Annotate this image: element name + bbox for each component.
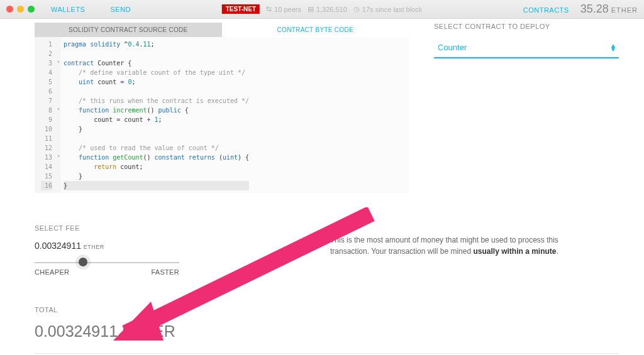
slider-label-cheaper: CHEAPER bbox=[35, 268, 69, 276]
total-label: TOTAL bbox=[35, 306, 619, 314]
network-status: TEST-NET ⇆ 10 peers ▤ 1,326,510 ◷ 17s si… bbox=[222, 4, 422, 14]
nav-wallets[interactable]: Wallets bbox=[51, 6, 85, 13]
nav-contracts[interactable]: Contracts bbox=[523, 6, 569, 14]
select-contract-label: SELECT CONTRACT TO DEPLOY bbox=[434, 23, 619, 30]
fee-slider[interactable] bbox=[35, 259, 198, 261]
peers-icon: ⇆ bbox=[266, 5, 272, 13]
minimize-icon[interactable] bbox=[17, 6, 24, 13]
tab-byte-code[interactable]: CONTRACT BYTE CODE bbox=[222, 23, 409, 37]
block-icon: ▤ bbox=[308, 5, 314, 13]
fee-info-text: This is the most amount of money that mi… bbox=[330, 224, 569, 276]
line-gutter: 12345678 910111213141516 bbox=[35, 37, 56, 193]
close-icon[interactable] bbox=[6, 6, 13, 13]
time-since-block: 17s since last block bbox=[362, 6, 422, 13]
fold-gutter: ▾▾ ▾ bbox=[56, 37, 61, 193]
fee-value: 0.00324911 ETHER bbox=[35, 241, 198, 251]
code-editor[interactable]: 12345678 910111213141516 ▾▾ ▾ pragma sol… bbox=[35, 37, 409, 193]
maximize-icon[interactable] bbox=[28, 6, 35, 13]
divider bbox=[35, 353, 619, 354]
tab-source-code[interactable]: SOLIDITY CONTRACT SOURCE CODE bbox=[35, 23, 222, 37]
contract-select-value: Counter bbox=[438, 43, 467, 52]
network-badge: TEST-NET bbox=[222, 4, 260, 14]
balance-value: 35.28 bbox=[580, 3, 609, 16]
slider-label-faster: FASTER bbox=[151, 268, 179, 276]
peers-count: 10 peers bbox=[274, 6, 301, 13]
clock-icon: ◷ bbox=[353, 5, 360, 13]
contract-select[interactable]: Counter ▲▼ bbox=[434, 39, 619, 58]
window-titlebar: Wallets Send TEST-NET ⇆ 10 peers ▤ 1,326… bbox=[0, 0, 644, 19]
total-value: 0.00324911 ETHER bbox=[35, 322, 619, 341]
select-fee-label: SELECT FEE bbox=[35, 224, 198, 232]
block-number: 1,326,510 bbox=[316, 6, 347, 13]
source-code: pragma solidity ^0.4.11; contract Counte… bbox=[61, 37, 252, 193]
chevron-updown-icon: ▲▼ bbox=[610, 44, 616, 52]
slider-thumb-icon[interactable] bbox=[79, 258, 87, 266]
nav-send[interactable]: Send bbox=[110, 6, 131, 13]
code-editor-panel: SOLIDITY CONTRACT SOURCE CODE CONTRACT B… bbox=[35, 23, 409, 193]
balance-unit: ETHER bbox=[611, 6, 638, 14]
